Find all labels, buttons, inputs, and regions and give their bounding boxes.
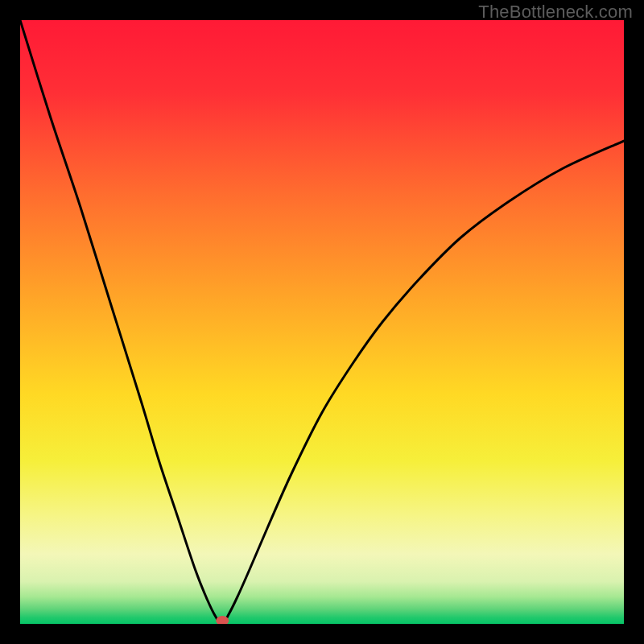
watermark-text: TheBottleneck.com xyxy=(478,2,633,23)
chart-svg xyxy=(20,20,624,624)
chart-background xyxy=(20,20,624,624)
chart-plot-area xyxy=(20,20,624,624)
